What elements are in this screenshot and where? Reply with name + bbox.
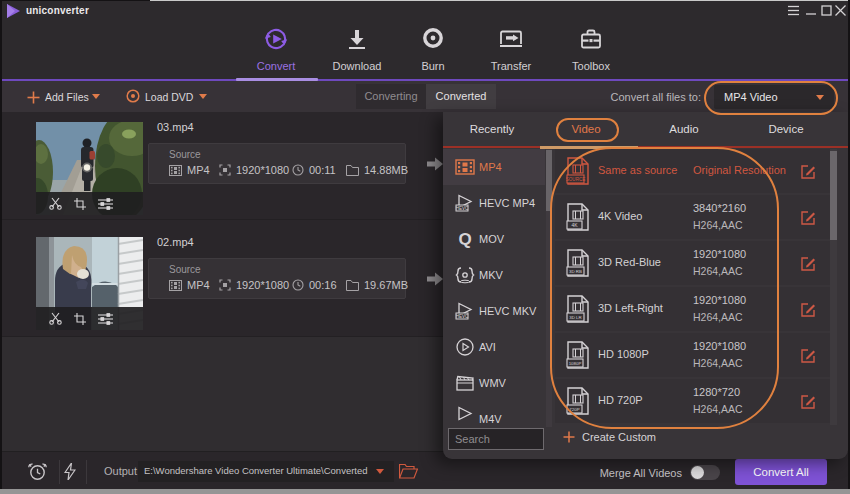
nav-label-transfer: Transfer [471,60,551,72]
m4v-icon [455,405,475,425]
convert-all-button[interactable]: Convert All [735,459,827,485]
panel-tab-video[interactable]: Video [546,112,626,146]
plus-icon [27,91,40,104]
load-dvd-label[interactable]: Load DVD [145,91,193,103]
clock-icon [292,279,304,291]
title-bar: uniconverter [2,1,848,20]
load-dvd-caret-icon[interactable] [199,94,207,99]
file-name: 03.mp4 [157,121,194,133]
effects-icon[interactable] [98,313,113,325]
format-item-avi[interactable]: AVI [443,329,545,365]
burn-icon [420,26,446,52]
preset-resolution: 1920*1080 [693,340,746,352]
format-label: HEVC MP4 [479,197,535,209]
minimize-icon[interactable] [806,5,817,16]
format-value: MP4 [187,164,210,176]
merge-toggle[interactable] [690,465,720,480]
nav-tab-toolbox[interactable]: Toolbox [551,20,631,79]
svg-text:1080P: 1080P [569,361,582,366]
load-dvd-icon[interactable] [126,89,140,103]
svg-text:3D RB: 3D RB [569,269,582,274]
format-cell: MP4 [169,279,210,291]
format-item-hevc-mp4[interactable]: HEVC HEVC MP4 [443,185,545,221]
format-label: MKV [479,269,503,281]
preset-name: 4K Video [598,210,642,222]
preset-name: HD 720P [598,394,643,406]
edit-preset-icon[interactable] [801,348,816,363]
panel-tab-device[interactable]: Device [746,112,826,146]
create-custom-button[interactable]: Create Custom [563,431,656,443]
preset-same-as-source[interactable]: SOURCE Same as source Original Resolutio… [555,149,830,193]
format-item-mp4[interactable]: MP4 [443,149,545,185]
duration-value: 00:16 [309,279,337,291]
preset-hd-1080p[interactable]: 1080P HD 1080P 1920*1080 H264,AAC [555,333,830,377]
resolution-cell: 1920*1080 [219,279,289,291]
preset-resolution: 1920*1080 [693,248,746,260]
video-thumbnail-1 [36,122,143,215]
nav-tab-convert[interactable]: Convert [236,20,316,79]
preset-3d-red-blue[interactable]: 3D RB 3D Red-Blue 1920*1080 H264,AAC [555,241,830,285]
item-separator [2,336,443,337]
add-files-label[interactable]: Add Files [45,91,89,103]
duration-cell: 00:11 [292,164,336,176]
preset-list-scrollbar[interactable] [830,149,837,425]
convert-icon [263,26,289,52]
format-list-scrollbar[interactable] [546,149,552,427]
thumbnail-toolbar [36,307,143,330]
trim-icon[interactable] [49,197,62,210]
edit-preset-icon[interactable] [801,394,816,409]
nav-tab-burn[interactable]: Burn [393,20,473,79]
file-row-1[interactable]: 03.mp4 Source MP4 [2,115,443,219]
add-files-caret-icon[interactable] [92,94,100,99]
file-name: 02.mp4 [157,236,194,248]
nav-tab-download[interactable]: Download [317,20,397,79]
effects-icon[interactable] [98,198,113,210]
crop-icon[interactable] [74,198,86,210]
hevc-mkv-icon: HEVC [455,301,475,321]
nav-tab-transfer[interactable]: Transfer [471,20,551,79]
source-info-box: Source MP4 [148,143,406,184]
file-row-2[interactable]: 02.mp4 Source MP4 [2,230,443,334]
edit-preset-icon[interactable] [801,302,816,317]
format-item-hevc-mkv[interactable]: HEVC HEVC MKV [443,293,545,329]
panel-tab-recently[interactable]: Recently [452,112,532,146]
crop-icon[interactable] [74,313,86,325]
format-item-mkv[interactable]: MKV [443,257,545,293]
output-format-dropdown[interactable]: MP4 Video [714,85,834,109]
window-edge [0,489,850,494]
panel-tab-audio[interactable]: Audio [644,112,724,146]
search-input[interactable] [448,428,544,450]
preset-3d-left-right[interactable]: 3D LR 3D Left-Right 1920*1080 H264,AAC [555,287,830,331]
svg-text:3D LR: 3D LR [569,315,581,320]
format-item-wmv[interactable]: WMV [443,365,545,401]
resolution-cell: 1920*1080 [219,164,289,176]
add-files-button[interactable] [27,88,40,106]
preset-resolution: 3840*2160 [693,202,746,214]
close-icon[interactable] [835,5,846,16]
format-item-m4v[interactable]: M4V [443,401,545,427]
download-icon [344,26,370,52]
maximize-icon[interactable] [821,5,832,16]
size-cell: 19.67MB [346,279,408,291]
format-item-mov[interactable]: Q MOV [443,221,545,257]
tab-converted[interactable]: Converted [426,84,496,109]
edit-preset-icon[interactable] [801,256,816,271]
trim-icon[interactable] [49,312,62,325]
thumbnail-toolbar [36,192,143,215]
preset-info: Original Resolution [693,164,786,176]
edit-preset-icon[interactable] [801,210,816,225]
main-nav: Convert Download Burn Transfer [2,20,848,79]
format-scrollbar-thumb[interactable] [546,150,552,211]
nav-label-toolbox: Toolbox [551,60,631,72]
edit-preset-icon[interactable] [801,164,816,179]
hd-720p-icon: 720P [566,387,590,415]
preset-hd-720p[interactable]: 720P HD 720P 1280*720 H264,AAC [555,379,830,423]
preset-4k-video[interactable]: 4K 4K Video 3840*2160 H264,AAC [555,195,830,239]
size-value: 14.88MB [364,164,408,176]
preset-scrollbar-thumb[interactable] [830,151,837,240]
source-info-box: Source MP4 [148,258,406,299]
menu-icon[interactable] [788,5,799,16]
format-label: WMV [479,377,506,389]
tab-converting[interactable]: Converting [356,84,426,109]
format-label: MOV [479,233,504,245]
